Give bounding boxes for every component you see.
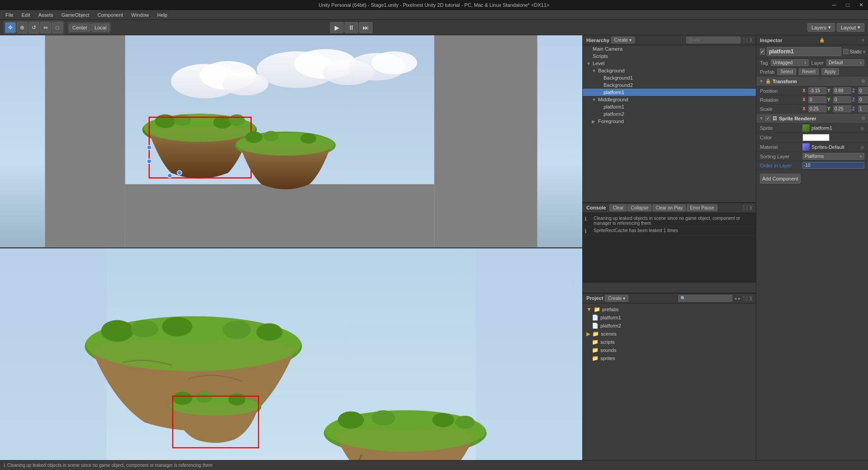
move-tool-button[interactable]: ⊕ [17, 22, 28, 33]
menu-window[interactable]: Window [127, 11, 152, 19]
project-folder-scenes[interactable]: ▶ 📁 scenes [585, 330, 754, 338]
order-in-layer-input[interactable] [802, 162, 864, 169]
transform-settings-icon[interactable]: ⚙ [861, 79, 865, 84]
sprite-select-icon[interactable]: ◎ [860, 126, 864, 131]
pause-button[interactable]: ⏸ [344, 22, 358, 33]
position-y-input[interactable] [833, 87, 851, 94]
close-button[interactable]: ✕ [854, 0, 868, 10]
hierarchy-create-button[interactable]: Create ▾ [611, 37, 635, 43]
project-search-input[interactable] [678, 295, 732, 302]
console-title: Console [586, 205, 606, 210]
project-maximize-icon[interactable]: ◂ [734, 296, 736, 301]
step-button[interactable]: ⏭ [359, 22, 373, 33]
hierarchy-item-level[interactable]: ▼ Level [583, 60, 756, 67]
hierarchy-search-input[interactable] [686, 37, 741, 43]
sorting-layer-dropdown[interactable]: Platforms ▾ [802, 153, 864, 160]
tag-dropdown[interactable]: Untagged ▾ [771, 59, 809, 66]
transform-position-row: Position X Y Z [756, 86, 868, 95]
sprite-renderer-settings-icon[interactable]: ⚙ [861, 116, 865, 121]
scale-y-input[interactable] [833, 105, 851, 112]
project-folder-prefabs[interactable]: ▼ 📁 prefabs [585, 305, 754, 313]
material-select-icon[interactable]: ◎ [860, 145, 864, 150]
inspector-menu-icon[interactable]: ≡ [862, 38, 864, 43]
order-in-layer-row: Order in Layer [756, 161, 868, 170]
hierarchy-item-scripts[interactable]: Scripts [583, 52, 756, 60]
project-create-button[interactable]: Create ▾ [605, 295, 628, 302]
project-folder-scripts[interactable]: 📁 scripts [585, 338, 754, 346]
rotate-tool-button[interactable]: ↺ [28, 22, 39, 33]
scale-z-input[interactable] [858, 105, 868, 112]
menu-gameobject[interactable]: GameObject [58, 11, 93, 19]
game-canvas[interactable] [0, 248, 582, 461]
prefab-apply-button[interactable]: Apply [821, 68, 839, 75]
project-collapse-icon[interactable]: ⬛ [742, 296, 748, 301]
rotation-z-input[interactable] [858, 96, 868, 103]
console-maximize-icon[interactable]: ⬛ [742, 205, 748, 210]
layers-dropdown[interactable]: Layers ▾ [807, 23, 835, 32]
console-error-pause-button[interactable]: Error Pause [687, 204, 717, 211]
menu-file[interactable]: File [2, 11, 17, 19]
layer-dropdown[interactable]: Default ▾ [826, 59, 864, 66]
scene-canvas[interactable] [0, 35, 582, 247]
svg-point-41 [228, 393, 245, 405]
hand-tool-button[interactable]: ✥ [5, 22, 16, 33]
position-z-input[interactable] [858, 87, 868, 94]
rotation-y-input[interactable] [833, 96, 851, 103]
hierarchy-item-platform1-mid[interactable]: platform1 [583, 103, 756, 110]
object-name-field[interactable] [767, 47, 841, 56]
project-folder-sounds[interactable]: 📁 sounds [585, 346, 754, 354]
hierarchy-collapse-icon[interactable]: ╳ [750, 38, 752, 43]
center-button[interactable]: Center [69, 24, 90, 32]
menu-assets[interactable]: Assets [35, 11, 57, 19]
hierarchy-item-foreground[interactable]: ▶ Foreground [583, 118, 756, 125]
menu-edit[interactable]: Edit [18, 11, 34, 19]
prefab-select-button[interactable]: Select [777, 68, 796, 75]
add-component-button[interactable]: Add Component [760, 174, 801, 184]
scale-x-input[interactable] [808, 105, 826, 112]
console-message-2[interactable]: ℹ SpriteRectCache has been leaked 1 time… [585, 227, 754, 236]
console-collapse-button[interactable]: Collapse [627, 204, 651, 211]
hierarchy-item-background1[interactable]: Background1 [583, 74, 756, 81]
menu-help[interactable]: Help [153, 11, 171, 19]
project-folder-platform1[interactable]: 📄 platform1 [585, 313, 754, 322]
static-checkbox[interactable] [843, 49, 849, 54]
maximize-button[interactable]: □ [841, 0, 854, 10]
scale-tool-button[interactable]: ⇔ [40, 22, 51, 33]
transform-component-header[interactable]: ▼ 🔒 Transform ⚙ [756, 76, 868, 86]
prefab-revert-button[interactable]: Revert [799, 68, 818, 75]
console-message-1[interactable]: ℹ Cleaning up leaked objects in scene si… [585, 215, 754, 227]
position-x-input[interactable] [808, 87, 826, 94]
hierarchy-item-background[interactable]: ▼ Background [583, 67, 756, 74]
hierarchy-item-platform1-bg[interactable]: platform1 [583, 89, 756, 96]
inspector-lock-icon[interactable]: 🔒 [819, 38, 825, 43]
hierarchy-item-main-camera[interactable]: Main Camera [583, 45, 756, 52]
menu-component[interactable]: Component [94, 11, 127, 19]
color-swatch[interactable] [802, 134, 830, 141]
layout-dropdown[interactable]: Layout ▾ [837, 23, 864, 32]
project-expand-icon[interactable]: ▸ [738, 296, 741, 301]
rotation-x-input[interactable] [808, 96, 826, 103]
project-folder-platform2[interactable]: 📄 platform2 [585, 322, 754, 330]
project-close-icon[interactable]: ╳ [750, 296, 752, 301]
object-active-checkbox[interactable]: ✓ [760, 48, 765, 55]
console-clear-button[interactable]: Clear [609, 204, 627, 211]
console-collapse-icon[interactable]: ╳ [750, 205, 752, 210]
console-clear-on-play-button[interactable]: Clear on Play [652, 204, 686, 211]
static-chevron-icon[interactable]: ▾ [863, 49, 865, 54]
folder-icon-prefabs: 📁 [594, 306, 600, 313]
hierarchy-item-background2[interactable]: Background2 [583, 81, 756, 89]
hierarchy-maximize-icon[interactable]: ⬛ [742, 38, 748, 43]
folder-icon-platform1: 📄 [592, 314, 599, 321]
minimize-button[interactable]: ─ [827, 0, 841, 10]
rotation-y-field: Y [827, 96, 851, 103]
hierarchy-item-middleground[interactable]: ▼ Middleground [583, 96, 756, 103]
sprite-renderer-checkbox[interactable]: ✓ [765, 116, 771, 121]
sprite-renderer-expand-icon: ▼ [759, 116, 764, 121]
play-button[interactable]: ▶ [330, 22, 344, 33]
svg-point-17 [213, 116, 232, 129]
project-folder-sprites[interactable]: 📁 sprites [585, 354, 754, 362]
sprite-renderer-header[interactable]: ▼ ✓ 🖼 Sprite Renderer ⚙ [756, 114, 868, 123]
local-button[interactable]: Local [91, 24, 109, 32]
rect-tool-button[interactable]: □ [52, 22, 63, 33]
hierarchy-item-platform2[interactable]: platform2 [583, 110, 756, 118]
